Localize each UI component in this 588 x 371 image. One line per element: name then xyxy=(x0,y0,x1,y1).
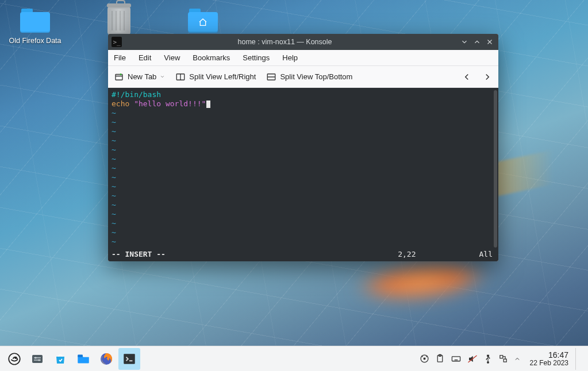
firefox-button[interactable] xyxy=(95,348,117,370)
split-tb-icon xyxy=(266,72,276,82)
vim-empty-line: ~ xyxy=(112,127,495,136)
menu-bookmarks[interactable]: Bookmarks xyxy=(193,53,230,62)
konsole-window: >_ home : vim-nox11 — Konsole File Edit … xyxy=(108,34,498,261)
toolbar-forward-button[interactable] xyxy=(482,72,493,82)
svg-point-14 xyxy=(424,358,425,360)
vim-mode: -- INSERT -- xyxy=(112,250,166,259)
clock-time: 16:47 xyxy=(530,351,568,359)
vim-empty-line: ~ xyxy=(112,109,495,118)
taskbar-clock[interactable]: 16:47 22 Feb 2023 xyxy=(525,351,573,367)
menu-help[interactable]: Help xyxy=(282,53,298,62)
files-icon xyxy=(76,351,91,366)
svg-rect-9 xyxy=(34,360,41,360)
system-tray xyxy=(416,354,524,364)
vim-empty-line: ~ xyxy=(112,237,495,246)
system-settings-button[interactable] xyxy=(26,348,48,370)
svg-rect-20 xyxy=(504,359,506,362)
chevron-up-icon[interactable] xyxy=(514,355,521,362)
svg-rect-7 xyxy=(34,357,41,358)
vim-empty-line: ~ xyxy=(112,164,495,173)
vim-empty-line: ~ xyxy=(112,118,495,127)
vim-empty-line: ~ xyxy=(112,182,495,191)
terminal-line: #!/bin/bash xyxy=(112,90,161,99)
bag-icon xyxy=(53,352,67,366)
vim-empty-line: ~ xyxy=(112,228,495,237)
taskbar: 16:47 22 Feb 2023 xyxy=(0,346,588,371)
vim-empty-line: ~ xyxy=(112,191,495,200)
app-launcher-button[interactable] xyxy=(3,348,25,370)
text-cursor xyxy=(206,101,210,108)
usb-icon[interactable] xyxy=(483,354,493,364)
menubar: File Edit View Bookmarks Settings Help xyxy=(108,50,498,66)
terminal-icon: >_ xyxy=(112,37,122,47)
clock-date: 22 Feb 2023 xyxy=(530,359,568,367)
svg-rect-12 xyxy=(124,354,135,364)
menu-settings[interactable]: Settings xyxy=(243,53,270,62)
svg-rect-17 xyxy=(452,357,460,361)
vim-cursor-position: 2,22 xyxy=(398,250,479,259)
firefox-icon xyxy=(99,352,113,366)
svg-point-3 xyxy=(9,353,20,365)
minimize-button[interactable] xyxy=(460,38,468,46)
new-tab-button[interactable]: New Tab xyxy=(114,72,165,82)
svg-rect-5 xyxy=(32,355,43,363)
keyboard-icon[interactable] xyxy=(451,354,462,364)
media-icon[interactable] xyxy=(420,354,429,364)
menu-edit[interactable]: Edit xyxy=(139,53,151,62)
menu-file[interactable]: File xyxy=(114,53,126,62)
toolbar-back-button[interactable] xyxy=(462,72,472,82)
chevron-down-icon[interactable] xyxy=(160,74,165,79)
vim-empty-line: ~ xyxy=(112,200,495,210)
vim-empty-line: ~ xyxy=(112,136,495,145)
desktop-icon-old-firefox-data[interactable]: Old Firefox Data xyxy=(9,7,61,45)
terminal-scrollbar[interactable] xyxy=(494,90,497,248)
vim-empty-line: ~ xyxy=(112,145,495,154)
clipboard-icon[interactable] xyxy=(435,354,445,364)
show-desktop-button[interactable] xyxy=(575,348,585,370)
window-titlebar[interactable]: >_ home : vim-nox11 — Konsole xyxy=(108,34,498,50)
vim-empty-line: ~ xyxy=(112,173,495,182)
svg-rect-0 xyxy=(116,74,122,80)
svg-point-18 xyxy=(487,361,489,363)
opensuse-icon xyxy=(7,351,22,366)
discover-button[interactable] xyxy=(49,348,71,370)
konsole-taskbar-button[interactable] xyxy=(118,348,140,370)
split-left-right-button[interactable]: Split View Left/Right xyxy=(175,72,256,82)
window-title: home : vim-nox11 — Konsole xyxy=(125,38,456,46)
network-icon[interactable] xyxy=(498,354,508,364)
svg-point-4 xyxy=(15,357,17,358)
toolbar: New Tab Split View Left/Right Split View… xyxy=(108,66,498,88)
new-tab-icon xyxy=(114,72,124,82)
sliders-icon xyxy=(30,352,44,366)
svg-rect-10 xyxy=(78,354,83,357)
volume-muted-icon[interactable] xyxy=(467,354,478,364)
vim-statusline: -- INSERT -- 2,22 All xyxy=(112,250,493,259)
terminal-icon xyxy=(122,351,137,366)
vim-empty-line: ~ xyxy=(112,219,495,228)
vim-extent: All xyxy=(479,250,493,259)
close-button[interactable] xyxy=(486,38,494,46)
maximize-button[interactable] xyxy=(473,38,481,46)
svg-rect-19 xyxy=(499,355,502,358)
terminal-area[interactable]: #!/bin/bash echo "hello world!!!" ~~~~~~… xyxy=(108,88,498,261)
vim-empty-line: ~ xyxy=(112,154,495,164)
vim-empty-line: ~ xyxy=(112,210,495,219)
split-lr-icon xyxy=(175,72,186,82)
desktop-icon-label: Old Firefox Data xyxy=(9,37,62,45)
menu-view[interactable]: View xyxy=(164,53,180,62)
dolphin-button[interactable] xyxy=(72,348,94,370)
split-top-bottom-button[interactable]: Split View Top/Bottom xyxy=(266,72,352,82)
